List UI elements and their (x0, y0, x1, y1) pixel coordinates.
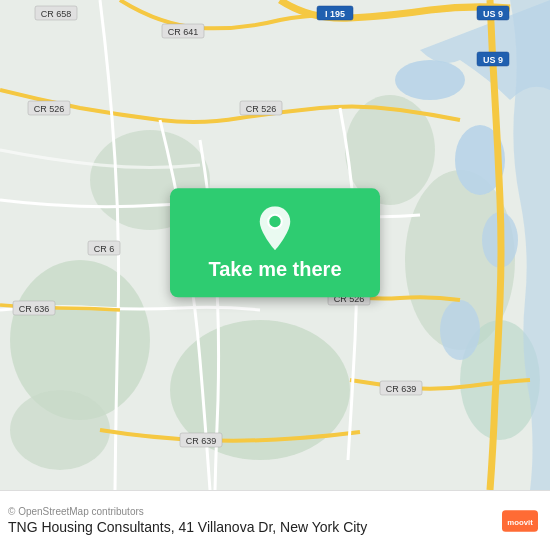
svg-text:I 195: I 195 (325, 9, 345, 19)
address-text: TNG Housing Consultants, 41 Villanova Dr… (8, 519, 502, 535)
svg-text:CR 526: CR 526 (34, 104, 65, 114)
map-container: CR 658 CR 641 I 195 US 9 US 9 CR 526 CR … (0, 0, 550, 490)
address-block: © OpenStreetMap contributors TNG Housing… (8, 506, 502, 535)
svg-point-36 (268, 215, 282, 229)
svg-text:US 9: US 9 (483, 9, 503, 19)
cta-button[interactable]: Take me there (170, 188, 380, 297)
svg-text:CR 639: CR 639 (386, 384, 417, 394)
location-pin-icon (253, 206, 297, 250)
svg-text:CR 6: CR 6 (94, 244, 115, 254)
svg-text:CR 658: CR 658 (41, 9, 72, 19)
svg-text:US 9: US 9 (483, 55, 503, 65)
bottom-bar: © OpenStreetMap contributors TNG Housing… (0, 490, 550, 550)
cta-label: Take me there (208, 258, 341, 281)
moovit-logo: moovit (502, 503, 538, 539)
svg-point-11 (440, 300, 480, 360)
svg-text:CR 636: CR 636 (19, 304, 50, 314)
copyright-text: © OpenStreetMap contributors (8, 506, 502, 517)
svg-point-5 (10, 390, 110, 470)
svg-text:CR 641: CR 641 (168, 27, 199, 37)
svg-text:moovit: moovit (507, 518, 533, 527)
svg-point-8 (395, 60, 465, 100)
svg-text:CR 526: CR 526 (246, 104, 277, 114)
moovit-icon: moovit (502, 503, 538, 539)
svg-text:CR 639: CR 639 (186, 436, 217, 446)
